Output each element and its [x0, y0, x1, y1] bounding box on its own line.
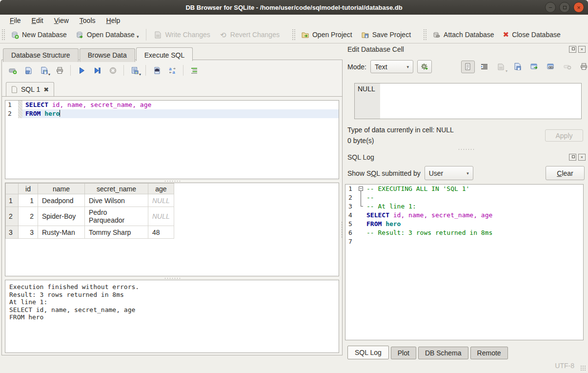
open-sql-file-button[interactable] — [21, 64, 35, 77]
save-project-button[interactable]: Save Project — [357, 28, 415, 41]
row-header[interactable]: 3 — [6, 226, 19, 239]
dock-tab-plot[interactable]: Plot — [391, 347, 416, 359]
column-header-name[interactable]: name — [38, 184, 85, 194]
auto-apply-button[interactable] — [417, 60, 432, 73]
cell-name[interactable]: Rusty-Man — [38, 226, 85, 239]
menu-edit[interactable]: Edit — [27, 15, 48, 26]
row-header[interactable]: 1 — [6, 194, 19, 207]
dock-tab-sql-log[interactable]: SQL Log — [347, 346, 389, 359]
svg-text:a: a — [172, 70, 175, 75]
cell-id[interactable]: 1 — [19, 194, 38, 207]
editor-results-splitter[interactable] — [5, 179, 339, 183]
mode-combobox[interactable]: Text ▾ — [370, 60, 413, 73]
cell-secret-name[interactable]: Pedro Parqueador — [85, 207, 148, 226]
resize-grip[interactable] — [580, 365, 587, 372]
sql-file-tab[interactable]: SQL 1 ✖ — [6, 82, 54, 96]
cell-id[interactable]: 2 — [19, 207, 38, 226]
toolbar-drag-handle[interactable] — [1, 29, 5, 41]
minimize-icon[interactable]: − — [545, 2, 556, 13]
results-message-splitter[interactable] — [5, 276, 339, 280]
dock-splitter[interactable] — [451, 147, 481, 151]
close-icon[interactable]: × — [573, 2, 584, 13]
dock-close-icon[interactable]: × — [578, 154, 586, 161]
open-in-external-button[interactable] — [527, 61, 541, 73]
cell-name[interactable]: Deadpond — [38, 194, 85, 207]
open-database-dropdown-icon[interactable]: ▾ — [137, 34, 139, 39]
menu-tools[interactable]: Tools — [75, 15, 101, 26]
open-project-button[interactable]: Open Project — [297, 28, 357, 41]
maximize-icon[interactable] — [559, 2, 570, 13]
column-header-age[interactable]: age — [148, 184, 174, 194]
sql-log-title: SQL Log — [347, 153, 374, 161]
word-wrap-button[interactable] — [478, 61, 491, 73]
column-header-secret-name[interactable]: secret_name — [85, 184, 148, 194]
cell-name[interactable]: Spider-Boy — [38, 207, 85, 226]
dock-tab-db-schema[interactable]: DB Schema — [418, 347, 468, 359]
grid-corner[interactable] — [6, 184, 19, 194]
dock-float-icon[interactable] — [569, 154, 576, 161]
cell-id[interactable]: 3 — [19, 226, 38, 239]
menu-help[interactable]: Help — [101, 15, 125, 26]
log-line: 1 − -- EXECUTING ALL IN 'SQL 1' — [345, 185, 583, 193]
submitted-by-combobox[interactable]: User ▾ — [425, 166, 473, 180]
cell-secret-name[interactable]: Tommy Sharp — [85, 226, 148, 239]
text-mode-toggle[interactable] — [461, 61, 475, 73]
cell-size-info: 0 byte(s) — [347, 137, 374, 145]
write-changes-icon — [154, 31, 162, 39]
column-header-id[interactable]: id — [19, 184, 38, 194]
cell-age[interactable]: 48 — [148, 226, 174, 239]
pane-splitter[interactable] — [340, 186, 344, 273]
log-line: 5 FROM hero — [345, 220, 583, 228]
table-row[interactable]: 1 1 Deadpond Dive Wilson NULL — [6, 194, 174, 207]
export-to-file-button[interactable] — [511, 61, 525, 73]
results-grid[interactable]: id name secret_name age 1 1 Deadpond Div… — [5, 183, 339, 276]
save-sql-file-button[interactable]: ▾ — [37, 64, 51, 77]
table-row[interactable]: 3 3 Rusty-Man Tommy Sharp 48 — [6, 226, 174, 239]
export-results-dropdown-icon[interactable]: ▾ — [139, 72, 141, 77]
dock-close-icon[interactable]: × — [578, 46, 586, 53]
row-header[interactable]: 2 — [6, 207, 19, 226]
dock-float-icon[interactable] — [569, 46, 576, 53]
open-database-button[interactable]: Open Database ▾ — [71, 28, 143, 41]
menu-view[interactable]: View — [49, 15, 74, 26]
cell-editor-area[interactable] — [380, 83, 581, 119]
find-replace-button[interactable]: aa — [165, 64, 179, 77]
save-file-icon — [40, 66, 48, 75]
copy-link-button[interactable] — [544, 61, 558, 73]
save-sql-dropdown-icon[interactable]: ▾ — [48, 72, 50, 77]
execute-current-line-button[interactable] — [90, 64, 104, 77]
find-button[interactable] — [150, 64, 163, 77]
cell-age[interactable]: NULL — [148, 207, 174, 226]
mode-label: Mode: — [347, 63, 366, 71]
cell-editor[interactable]: NULL — [354, 83, 582, 119]
sql-editor-toolbar: ▾ ▾ aa — [6, 64, 201, 77]
sql-document-icon — [11, 86, 18, 93]
execute-all-button[interactable] — [75, 64, 88, 77]
print-button[interactable] — [53, 64, 66, 77]
editor-line: 1 SELECT id, name, secret_name, age — [5, 101, 339, 109]
sql-editor[interactable]: 1 SELECT id, name, secret_name, age 2 FR… — [5, 100, 339, 179]
clear-button[interactable]: Clear — [546, 166, 585, 180]
format-sql-button[interactable] — [187, 64, 201, 77]
tab-execute-sql[interactable]: Execute SQL — [136, 47, 193, 61]
toolbar-drag-handle[interactable] — [423, 29, 426, 41]
export-results-button[interactable]: ▾ — [128, 64, 142, 77]
table-row[interactable]: 2 2 Spider-Boy Pedro Parqueador NULL — [6, 207, 174, 226]
toolbar-drag-handle[interactable] — [292, 29, 295, 41]
line-number: 4 — [345, 211, 358, 220]
fold-collapse-icon[interactable]: − — [359, 186, 363, 191]
attach-database-button[interactable]: Attach Database — [428, 28, 499, 41]
titlebar[interactable]: DB Browser for SQLite - /home/user/code/… — [0, 0, 588, 15]
new-database-icon — [11, 31, 19, 39]
print-cell-button[interactable] — [577, 61, 588, 73]
dock-tab-remote[interactable]: Remote — [470, 347, 508, 359]
cell-secret-name[interactable]: Dive Wilson — [85, 194, 148, 207]
sql-log-view[interactable]: 1 − -- EXECUTING ALL IN 'SQL 1' 2 -- 3 -… — [345, 184, 584, 340]
new-sql-tab-button[interactable] — [6, 64, 20, 77]
cell-age[interactable]: NULL — [148, 194, 174, 207]
close-database-button[interactable]: ✖ Close Database — [499, 28, 565, 41]
menu-file[interactable]: File — [5, 15, 26, 26]
new-database-button[interactable]: New Database — [6, 28, 71, 41]
sql-tab-close-icon[interactable]: ✖ — [43, 86, 49, 93]
encoding-indicator[interactable]: UTF-8 — [555, 362, 574, 370]
